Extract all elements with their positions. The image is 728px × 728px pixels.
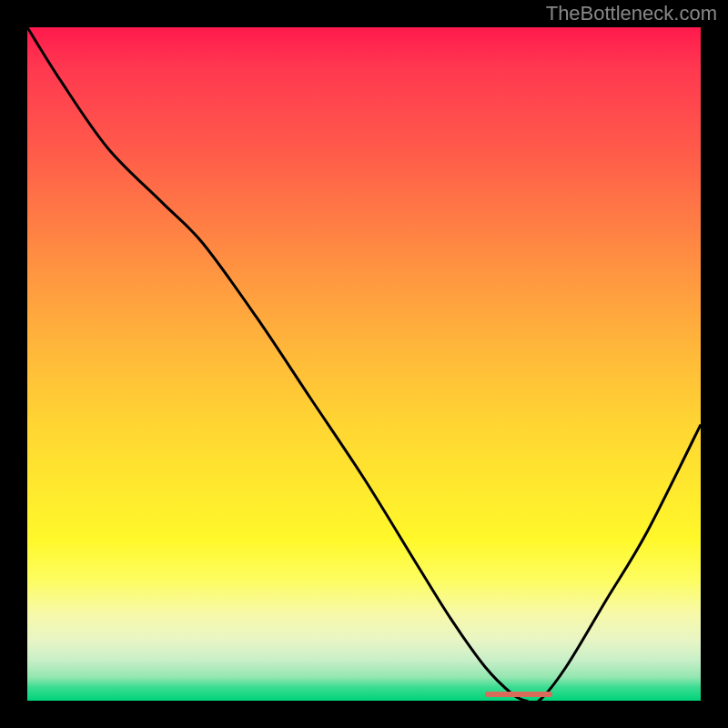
bottleneck-curve <box>27 27 701 701</box>
minimum-marker <box>485 692 552 697</box>
plot-area <box>27 27 701 701</box>
watermark-text: TheBottleneck.com <box>546 2 717 25</box>
